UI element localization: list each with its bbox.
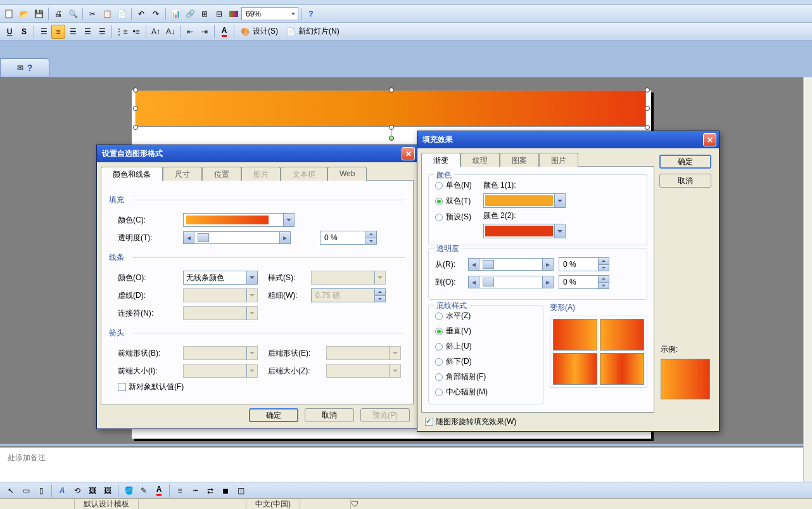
align-center-btn[interactable]: ≡: [51, 25, 65, 39]
status-icon: 🛡: [351, 499, 358, 508]
draw-clipart[interactable]: 🖼: [86, 484, 99, 498]
status-lang: 中文(中国): [246, 499, 300, 509]
radio-two-color[interactable]: 双色(T): [435, 196, 472, 207]
dash-style-btn[interactable]: ┅: [188, 484, 202, 498]
3d-style-btn[interactable]: ◫: [234, 484, 248, 498]
redo-btn[interactable]: ↷: [149, 7, 163, 21]
ok-button[interactable]: 确定: [659, 155, 711, 169]
underline-btn[interactable]: U: [3, 25, 16, 39]
dialog-title: 填充效果: [422, 134, 453, 145]
radio-vertical[interactable]: 垂直(V): [435, 326, 536, 337]
mini-toolbar: ✉ ?: [0, 58, 49, 77]
preview-button: 预览(P): [360, 408, 410, 422]
bullet-list-btn[interactable]: •≡: [129, 25, 143, 39]
transparency-spin[interactable]: 0 %: [320, 231, 377, 245]
draw-select[interactable]: ↖: [4, 484, 18, 498]
ok-button[interactable]: 确定: [249, 408, 298, 422]
toolbar-btn[interactable]: 💾: [32, 7, 46, 21]
variants-grid[interactable]: [550, 316, 647, 388]
toolbar-btn[interactable]: 📊: [168, 7, 182, 21]
tab-texture[interactable]: 纹理: [460, 153, 500, 167]
help-icon[interactable]: ?: [27, 63, 33, 73]
color-group-legend: 颜色: [434, 170, 454, 181]
toolbar-btn[interactable]: 🔗: [183, 7, 197, 21]
shadow-btn[interactable]: S: [17, 25, 31, 39]
toolbar-btn[interactable]: ✂: [86, 7, 99, 21]
draw-diagram[interactable]: ⟲: [70, 484, 84, 498]
line-color-btn[interactable]: ✎: [137, 484, 151, 498]
tab-gradient[interactable]: 渐变: [421, 153, 460, 167]
tab-picture[interactable]: 图片: [539, 153, 578, 167]
toolbar-btn[interactable]: 🔍: [66, 7, 80, 21]
selected-shape[interactable]: [136, 90, 646, 127]
color2-picker[interactable]: [483, 224, 566, 238]
help-btn[interactable]: ?: [304, 7, 318, 21]
tab-size[interactable]: 尺寸: [163, 167, 202, 181]
radio-center[interactable]: 中心辐射(M): [435, 387, 536, 397]
cancel-button[interactable]: 取消: [659, 174, 711, 188]
draw-picture[interactable]: 🖼: [101, 484, 115, 498]
zoom-dropdown[interactable]: 69%: [241, 7, 298, 20]
design-btn[interactable]: 🎨设计(S): [237, 25, 282, 39]
style-label: 样式(S):: [268, 273, 306, 283]
color1-picker[interactable]: [483, 193, 566, 208]
draw-textbox[interactable]: ▯: [34, 484, 48, 498]
draw-autoshape[interactable]: ▭: [19, 484, 33, 498]
toolbar-btn[interactable]: ⊟: [212, 7, 226, 21]
from-spin[interactable]: 0 %: [559, 257, 609, 271]
font-color-btn[interactable]: A: [217, 25, 231, 39]
fill-color-btn[interactable]: 🪣: [122, 484, 136, 498]
font-color-btn2[interactable]: A: [152, 484, 166, 498]
radio-one-color[interactable]: 单色(N): [435, 180, 472, 191]
tab-picture: 图片: [241, 167, 281, 181]
align-left-btn[interactable]: ☰: [37, 25, 51, 39]
tab-web[interactable]: Web: [327, 167, 367, 181]
notes-pane[interactable]: 处添加备注: [0, 446, 803, 482]
increase-font-btn[interactable]: A↑: [149, 25, 163, 39]
radio-horizontal[interactable]: 水平(Z): [435, 311, 536, 321]
decrease-font-btn[interactable]: A↓: [163, 25, 177, 39]
line-style-btn[interactable]: ≡: [173, 484, 187, 498]
toolbar-btn[interactable]: 📂: [17, 7, 31, 21]
indent-btn[interactable]: ⇥: [198, 25, 212, 39]
transparency-slider[interactable]: ◂▸: [183, 231, 291, 244]
cancel-button[interactable]: 取消: [305, 408, 354, 422]
mail-icon[interactable]: ✉: [17, 63, 23, 72]
align-justify-btn[interactable]: ☰: [80, 25, 94, 39]
distribute-btn[interactable]: ☰: [95, 25, 109, 39]
radio-corner[interactable]: 角部辐射(F): [435, 371, 536, 382]
tab-color-line[interactable]: 颜色和线条: [101, 167, 163, 181]
arrow-style-btn[interactable]: ⇄: [203, 484, 217, 498]
rotate-checkbox[interactable]: 随图形旋转填充效果(W): [425, 417, 516, 426]
align-right-btn[interactable]: ☰: [66, 25, 80, 39]
toolbar-btn[interactable]: ⊞: [198, 7, 212, 21]
toolbar-btn[interactable]: [227, 7, 241, 21]
undo-btn[interactable]: ↶: [134, 7, 148, 21]
radio-diag-up[interactable]: 斜上(U): [435, 341, 536, 352]
radio-preset[interactable]: 预设(S): [435, 212, 472, 222]
close-button[interactable]: ✕: [402, 147, 415, 160]
to-slider[interactable]: ◂▸: [468, 276, 554, 288]
tab-pattern[interactable]: 图案: [500, 153, 539, 167]
toolbar-btn[interactable]: [3, 7, 16, 21]
new-slide-btn[interactable]: 📄新幻灯片(N): [282, 25, 343, 39]
outdent-btn[interactable]: ⇤: [183, 25, 197, 39]
shadow-style-btn[interactable]: ◼: [219, 484, 232, 498]
default-checkbox[interactable]: 新对象默认值(F): [118, 382, 184, 392]
end-style-select: [326, 346, 401, 360]
fill-color-select[interactable]: [183, 213, 295, 227]
number-list-btn[interactable]: ⋮≡: [115, 25, 129, 39]
toolbar-btn[interactable]: 🖨: [51, 7, 65, 21]
toolbar-btn[interactable]: 📋: [100, 7, 114, 21]
begin-style-select: [183, 346, 258, 360]
line-color-select[interactable]: 无线条颜色: [183, 271, 258, 285]
sample-preview: [661, 359, 710, 399]
from-slider[interactable]: ◂▸: [468, 258, 554, 271]
radio-diag-down[interactable]: 斜下(D): [435, 356, 536, 367]
vertical-scrollbar[interactable]: [803, 77, 812, 482]
close-button[interactable]: ✕: [703, 133, 716, 146]
draw-wordart[interactable]: A: [55, 484, 69, 498]
to-spin[interactable]: 0 %: [559, 275, 609, 289]
tab-position[interactable]: 位置: [202, 167, 241, 181]
toolbar-btn[interactable]: 📄: [115, 7, 129, 21]
